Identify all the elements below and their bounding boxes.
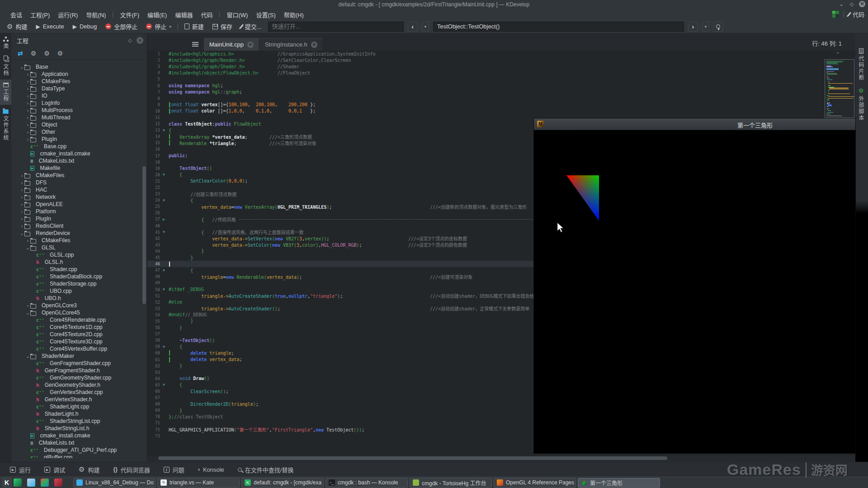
tree-item[interactable]: ⌄OpenGLCore45 (11, 309, 147, 316)
tree-item[interactable]: c⁺⁺Debugger_ATI_GPU_Perf.cpp (11, 446, 147, 454)
tree-item[interactable]: ›HAC (11, 186, 147, 193)
tree-item[interactable]: ›Network (11, 193, 147, 201)
chevron-right-icon[interactable]: › (25, 122, 30, 127)
sidebar-item-工程[interactable]: 工程 (0, 80, 11, 105)
chevron-right-icon[interactable]: › (25, 137, 30, 142)
tree-item[interactable]: ≡CMakeLists.txt (11, 439, 147, 446)
close-panel-icon[interactable]: ✕ (137, 37, 143, 44)
fold-collapsed-icon[interactable]: ▶ (163, 217, 169, 221)
chevron-right-icon[interactable]: › (25, 108, 30, 113)
tree-item[interactable]: hGLSL.h (11, 258, 147, 266)
tree-item[interactable]: hGenGeometryShader.h (11, 381, 147, 389)
task-cmgdk - TortoiseHg 工作台[interactable]: cmgdk - TortoiseHg 工作台 (410, 478, 492, 488)
chevron-down-icon[interactable]: ⌄ (25, 310, 30, 315)
quick-open-input[interactable] (268, 22, 404, 32)
tab-MainUnit.cpp[interactable]: MainUnit.cpp✕ (204, 38, 259, 51)
kde-launcher-icon[interactable]: K (2, 478, 12, 488)
code-line-8[interactable]: 8 (147, 95, 855, 102)
float-panel-icon[interactable]: ◇ (128, 38, 132, 43)
toolview-button-调试[interactable]: ▶调试 (44, 465, 65, 474)
sidebar-item-文件系统[interactable]: 文件系统 (0, 105, 11, 144)
reload-project-icon[interactable]: ⚙ (44, 50, 50, 57)
tab-close-icon[interactable]: ✕ (311, 42, 317, 48)
code-line-5[interactable]: 5 (147, 76, 855, 82)
build-set-icon[interactable]: ⚙ (31, 50, 37, 57)
tree-item[interactable]: ›Platform (11, 208, 147, 215)
tree-item[interactable]: ⌄ShaderMaker (11, 352, 147, 360)
nav-forward-button[interactable]: › (688, 22, 698, 32)
tree-item[interactable]: c⁺⁺GenGeometryShader.cpp (11, 374, 147, 381)
chevron-right-icon[interactable]: › (19, 202, 24, 207)
menu-item-W[interactable]: 窗口(W) (222, 9, 252, 20)
menu-item-E[interactable]: 编辑(E) (143, 9, 171, 20)
project-tree-scrollbar[interactable] (142, 166, 146, 304)
minimap-up-icon[interactable]: ⌃ (836, 52, 840, 56)
tree-item[interactable]: ›Application (11, 70, 147, 78)
save-button[interactable]: 保存 (210, 21, 235, 32)
chevron-down-icon[interactable]: ⌄ (19, 65, 24, 70)
chevron-right-icon[interactable]: › (19, 209, 24, 214)
code-line-9[interactable]: 9const float vertex[]={100,100, 200,100,… (147, 102, 855, 108)
tree-item[interactable]: c⁺⁺glBuffer.cpp (11, 454, 147, 458)
toolview-button-代码浏览器[interactable]: {}代码浏览器 (113, 465, 150, 474)
tab-StringInstance.h[interactable]: StringInstance.h✕ (259, 38, 323, 51)
chevron-right-icon[interactable]: › (19, 195, 24, 200)
tab-close-icon[interactable]: ✕ (247, 42, 254, 48)
fold-open-icon[interactable]: ▼ (163, 383, 169, 387)
symbol-combo[interactable]: TestObject::TestObject() (433, 22, 684, 32)
chevron-right-icon[interactable]: › (25, 94, 30, 99)
code-line-7[interactable]: 7using namespace hgl::graph; (147, 89, 855, 95)
chevron-right-icon[interactable]: › (25, 101, 30, 106)
tree-item[interactable]: ⌄GLSL (11, 244, 147, 251)
menu-item-S[interactable]: 设置(S) (252, 9, 279, 20)
menu-item-F[interactable]: 文件(F) (116, 9, 143, 20)
task-Linux_x86_64_Debug — Do[interactable]: Linux_x86_64_Debug — Do (73, 478, 156, 488)
stop-all-button[interactable]: 全部停止 (103, 21, 140, 32)
code-line-10[interactable]: 10const float color []={1,0,0, 0,1,0, 0,… (147, 108, 855, 114)
editor-horizontal-scrollbar[interactable] (147, 455, 855, 461)
menu-item-H[interactable]: 帮助(H) (280, 9, 308, 20)
tree-item[interactable]: c⁺⁺GenVertexShader.cpp (11, 389, 147, 396)
tree-item[interactable]: ›OpenALEE (11, 201, 147, 208)
rgb-triangle-app-icon[interactable] (41, 479, 49, 487)
new-file-button[interactable]: 新建 (182, 21, 206, 32)
stop-button[interactable]: 停止▾ (144, 21, 174, 32)
chevron-down-icon[interactable]: ⌄ (25, 245, 30, 250)
sidebar-item-代码片断[interactable]: 代码片断 (855, 45, 867, 84)
fold-open-icon[interactable]: ▼ (163, 128, 169, 132)
window-titlebar[interactable]: default: cmgdk - [ cmgdk/examples/2d/Fir… (0, 0, 868, 9)
chevron-right-icon[interactable]: › (25, 303, 30, 308)
chevron-right-icon[interactable]: › (25, 72, 30, 77)
sidebar-item-类[interactable]: 类 (0, 33, 11, 52)
tree-item[interactable]: c⁺⁺UBO.cpp (11, 287, 147, 295)
chevron-right-icon[interactable]: › (19, 188, 24, 192)
chevron-down-icon[interactable]: ⌄ (19, 231, 24, 236)
chevron-right-icon[interactable]: › (25, 238, 30, 243)
build-button[interactable]: ⚙构建 (5, 21, 29, 32)
chevron-right-icon[interactable]: › (25, 86, 30, 91)
shade-window-icon[interactable]: ⌄ (838, 1, 844, 7)
chevron-right-icon[interactable]: › (25, 130, 30, 135)
menu-item-[interactable]: 会话 (6, 9, 26, 20)
tree-item[interactable]: hUBO.h (11, 295, 147, 302)
execute-button[interactable]: ▶Execute (33, 22, 66, 31)
task-default: cmgdk - [cmgdk/exa[interactable]: Kdefault: cmgdk - [cmgdk/exa (241, 478, 324, 488)
tree-item[interactable]: ⌄Base (11, 63, 147, 70)
chevron-right-icon[interactable]: › (19, 173, 24, 178)
tree-item[interactable]: ›CMakeFiles (11, 172, 147, 179)
chevron-right-icon[interactable]: › (25, 79, 30, 84)
fold-open-icon[interactable]: ▼ (163, 268, 169, 272)
tree-item[interactable]: ⌄RenderDevice (11, 230, 147, 237)
tree-item[interactable]: c⁺⁺Base.cpp (11, 143, 147, 150)
tree-item[interactable]: ›PlugIn (11, 136, 147, 143)
menu-item-N[interactable]: 导航(N) (82, 9, 110, 20)
tree-item[interactable]: ›IO (11, 92, 147, 99)
tree-item[interactable]: ›LogInfo (11, 99, 147, 107)
scrollbar-thumb[interactable] (158, 456, 667, 460)
code-line-1[interactable]: 1#include<hgl/Graphics.h> //GraphicsAppl… (147, 51, 855, 57)
chevron-down-icon[interactable]: ⌄ (25, 354, 30, 359)
tree-item[interactable]: c⁺⁺GenFragmentShader.cpp (11, 360, 147, 367)
menu-item-R[interactable]: 运行(R) (54, 9, 82, 20)
toolview-button-问题[interactable]: i问题 (164, 465, 184, 474)
fold-open-icon[interactable]: ▼ (163, 173, 169, 177)
